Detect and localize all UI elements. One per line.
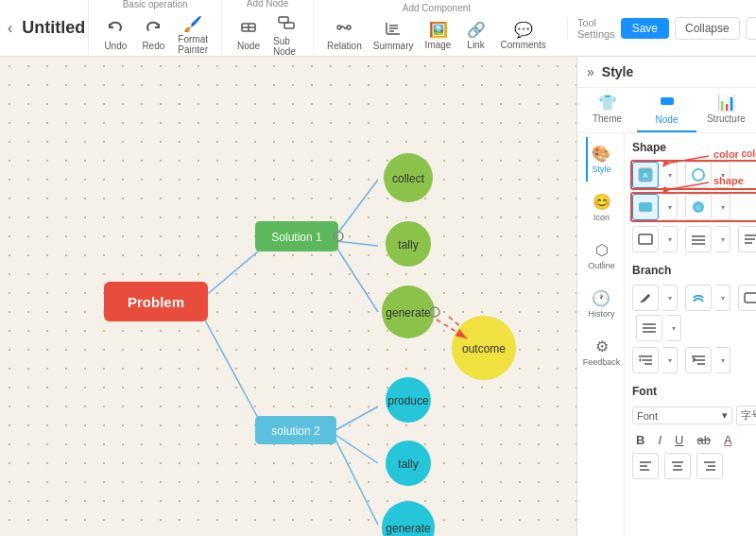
- branch-indent-dropdown[interactable]: ▾: [662, 347, 678, 373]
- sub-node-icon: [278, 14, 295, 35]
- basic-operation-group: Basic operation Undo Redo: [88, 0, 221, 56]
- tool-settings-label: Tool Settings: [567, 17, 615, 40]
- sidenav-feedback[interactable]: ⚙ Feedback: [577, 330, 625, 374]
- undo-button[interactable]: Undo: [98, 17, 132, 53]
- branch-paint-dropdown[interactable]: ▾: [662, 285, 678, 311]
- branch-outdent-button[interactable]: [685, 347, 712, 373]
- panel-main-content: Shape color: [625, 133, 756, 536]
- panel-body: 🎨 Style 😊 Icon ⬡ Outline 🕐 History ⚙: [577, 133, 756, 536]
- bold-button[interactable]: B: [632, 431, 648, 449]
- branch-align-dropdown[interactable]: ▾: [666, 315, 681, 341]
- underline-button[interactable]: U: [671, 431, 687, 449]
- collapse-button[interactable]: Collapse: [675, 17, 740, 40]
- outline-rect-button[interactable]: [632, 226, 659, 252]
- sidenav-style[interactable]: 🎨 Style: [586, 137, 614, 182]
- feedback-icon: ⚙: [595, 337, 609, 355]
- canvas[interactable]: Problem Solution 1 solution 2 collect ta…: [0, 57, 576, 536]
- svg-text:A: A: [643, 171, 648, 180]
- branch-row-1: ▾ ▾ ▾: [632, 285, 756, 341]
- sidenav-outline[interactable]: ⬡ Outline: [582, 233, 619, 278]
- format-painter-button[interactable]: 🖌️ Format Painter: [174, 13, 212, 57]
- panel-left-nav: 🎨 Style 😊 Icon ⬡ Outline 🕐 History ⚙: [577, 133, 625, 536]
- history-icon: 🕐: [592, 289, 610, 307]
- branch-section: Branch ▾: [632, 264, 756, 373]
- tab-structure[interactable]: 📊 Structure: [696, 88, 756, 132]
- strikethrough-button[interactable]: ab: [693, 431, 713, 449]
- undo-icon: [107, 19, 124, 40]
- svg-rect-47: [639, 202, 652, 212]
- svg-text:☺: ☺: [695, 203, 702, 212]
- align-left-button[interactable]: [632, 453, 659, 479]
- sidenav-icon[interactable]: 😊 Icon: [587, 185, 615, 230]
- svg-rect-59: [745, 293, 756, 303]
- node-icon: [240, 19, 257, 40]
- panel-collapse-button[interactable]: »: [587, 64, 594, 79]
- font-family-select[interactable]: Font ▾: [632, 406, 732, 424]
- branch-rect-button[interactable]: [738, 285, 756, 311]
- outline-multi-button[interactable]: [738, 226, 756, 252]
- branch-outdent-dropdown[interactable]: ▾: [715, 347, 730, 373]
- font-family-row: Font ▾ 字号 ▾: [632, 406, 756, 425]
- align-center-button[interactable]: [664, 453, 691, 479]
- image-icon: 🖼️: [429, 21, 448, 39]
- font-color-button[interactable]: A: [720, 431, 736, 449]
- shape-fill-button[interactable]: [632, 194, 659, 220]
- font-style-row: B I U ab A: [632, 431, 756, 449]
- image-button[interactable]: 🖼️ Image: [421, 19, 455, 52]
- mindmap-diagram: Problem Solution 1 solution 2 collect ta…: [0, 57, 576, 536]
- comments-button[interactable]: 💬 Comments: [497, 19, 550, 52]
- svg-text:Problem: Problem: [128, 294, 184, 310]
- outline-line-button[interactable]: [685, 226, 712, 252]
- panel-title: Style: [602, 64, 633, 79]
- document-title[interactable]: Untitled: [12, 0, 88, 56]
- branch-color-dropdown[interactable]: ▾: [715, 285, 730, 311]
- stroke-color-button[interactable]: [685, 162, 712, 188]
- outline-row: ▾ ▾: [632, 226, 756, 252]
- svg-text:tally: tally: [398, 238, 418, 251]
- branch-paint-button[interactable]: [632, 285, 659, 311]
- svg-line-11: [203, 317, 265, 430]
- main-area: Problem Solution 1 solution 2 collect ta…: [0, 57, 756, 536]
- summary-icon: [385, 19, 402, 40]
- redo-button[interactable]: Redo: [136, 17, 170, 53]
- shape-icon-button[interactable]: ☺: [685, 194, 712, 220]
- theme-icon: 👕: [598, 94, 617, 112]
- font-size-select[interactable]: 字号 ▾: [736, 406, 756, 425]
- add-component-group: Add Component Relation: [313, 0, 559, 56]
- align-right-button[interactable]: [696, 453, 723, 479]
- outline-line-dropdown[interactable]: ▾: [715, 226, 730, 252]
- svg-point-5: [337, 26, 341, 29]
- italic-button[interactable]: I: [654, 431, 665, 449]
- sidenav-history[interactable]: 🕐 History: [582, 282, 618, 326]
- node-button[interactable]: Node: [232, 17, 266, 53]
- tab-theme[interactable]: 👕 Theme: [577, 88, 637, 132]
- summary-button[interactable]: Summary: [369, 17, 418, 53]
- font-align-row: [632, 453, 756, 479]
- fill-color-dropdown[interactable]: ▾: [662, 162, 678, 188]
- topbar: ‹ Untitled Basic operation Undo: [0, 0, 756, 57]
- relation-button[interactable]: Relation: [323, 17, 366, 53]
- branch-indent-button[interactable]: [632, 347, 659, 373]
- link-button[interactable]: 🔗 Link: [459, 19, 493, 52]
- tab-node[interactable]: Node: [637, 88, 696, 132]
- shape-icon-dropdown[interactable]: ▾: [715, 194, 730, 220]
- relation-icon: [335, 19, 352, 40]
- branch-row-2: ▾ ▾: [632, 347, 756, 373]
- branch-align-button[interactable]: [636, 315, 662, 341]
- stroke-color-dropdown[interactable]: ▾: [715, 162, 730, 188]
- shape-section: Shape color: [632, 141, 756, 252]
- fill-color-button[interactable]: A: [632, 162, 659, 188]
- right-panel: » Style 👕 Theme Node 📊 Structure: [576, 57, 756, 536]
- shape-type-dropdown[interactable]: ▾: [662, 194, 678, 220]
- font-section-title: Font: [632, 385, 756, 398]
- outline-icon: ⬡: [595, 241, 609, 259]
- branch-color-button[interactable]: [685, 285, 712, 311]
- share-button[interactable]: ↗ Share: [746, 17, 756, 40]
- add-component-label: Add Component: [403, 3, 471, 13]
- add-component-items: Relation Summary 🖼️ Image 🔗: [323, 17, 550, 53]
- outline-rect-dropdown[interactable]: ▾: [662, 226, 678, 252]
- save-button[interactable]: Save: [621, 18, 669, 39]
- sub-node-button[interactable]: Sub Node: [269, 12, 303, 59]
- svg-line-13: [335, 241, 378, 246]
- svg-rect-52: [639, 234, 652, 244]
